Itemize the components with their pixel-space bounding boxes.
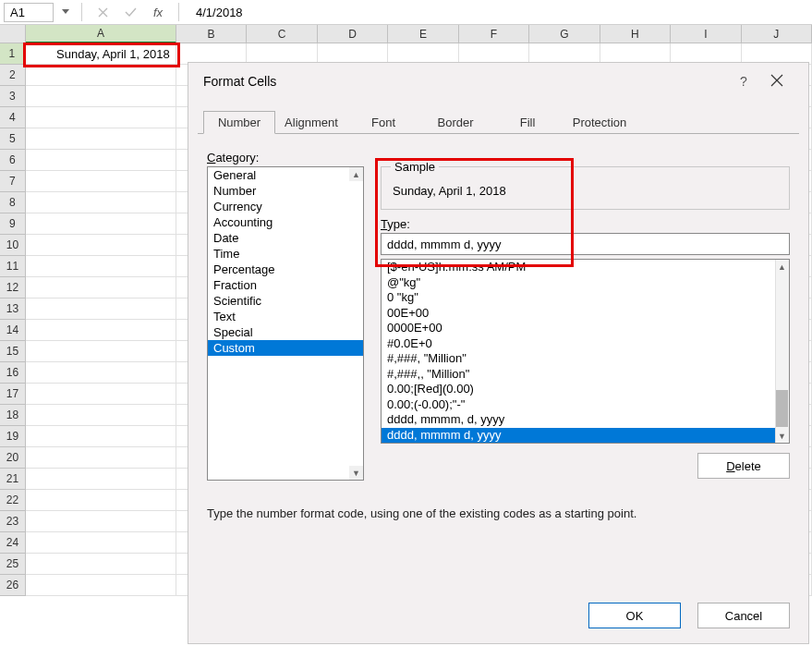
cell[interactable] <box>26 107 176 128</box>
cell[interactable] <box>26 362 176 384</box>
cell[interactable] <box>26 171 176 192</box>
category-item[interactable]: Scientific <box>208 293 363 309</box>
format-code-item[interactable]: #,###, "Million" <box>382 351 775 367</box>
cell[interactable] <box>26 213 176 235</box>
cell[interactable] <box>26 128 176 150</box>
row-header[interactable]: 11 <box>0 256 26 277</box>
category-item[interactable]: Fraction <box>208 277 363 293</box>
column-header[interactable]: F <box>459 25 529 43</box>
formula-input[interactable]: 4/1/2018 <box>188 3 808 22</box>
cell[interactable] <box>26 532 176 554</box>
scroll-up-icon[interactable]: ▲ <box>349 167 363 181</box>
cell[interactable] <box>26 575 176 596</box>
cell[interactable] <box>26 65 176 86</box>
category-item[interactable]: Percentage <box>208 262 363 277</box>
format-code-item[interactable]: 0.00;(-0.00);"-" <box>382 397 775 413</box>
scroll-down-icon[interactable]: ▼ <box>775 429 789 443</box>
format-code-item[interactable]: [$-en-US]h:mm:ss AM/PM <box>382 260 775 275</box>
category-item[interactable]: Custom <box>208 340 363 356</box>
tab-font[interactable]: Font <box>347 111 419 134</box>
category-item[interactable]: Accounting <box>208 214 363 230</box>
ok-button[interactable]: OK <box>588 603 681 628</box>
row-header[interactable]: 19 <box>0 426 26 447</box>
confirm-edit-icon[interactable] <box>119 2 141 22</box>
cell[interactable] <box>26 490 176 511</box>
row-header[interactable]: 22 <box>0 490 26 511</box>
cell[interactable] <box>26 554 176 575</box>
row-header[interactable]: 1 <box>0 43 26 65</box>
name-box[interactable]: A1 <box>4 3 54 22</box>
column-header[interactable]: C <box>247 25 317 43</box>
tab-border[interactable]: Border <box>419 111 491 134</box>
row-header[interactable]: 6 <box>0 150 26 171</box>
cell[interactable] <box>26 469 176 490</box>
tab-number[interactable]: Number <box>203 111 275 134</box>
format-code-item[interactable]: 0.00;[Red](0.00) <box>382 382 775 397</box>
row-header[interactable]: 18 <box>0 405 26 426</box>
format-code-item[interactable]: 0000E+00 <box>382 321 775 336</box>
cell[interactable] <box>26 320 176 341</box>
category-item[interactable]: Time <box>208 246 363 262</box>
column-header[interactable]: B <box>176 25 247 43</box>
column-header[interactable]: J <box>742 25 812 43</box>
row-header[interactable]: 13 <box>0 299 26 320</box>
cancel-edit-icon[interactable] <box>91 2 114 22</box>
format-code-item[interactable]: dddd, mmmm, d, yyyy <box>382 412 775 428</box>
row-header[interactable]: 20 <box>0 447 26 469</box>
column-header[interactable]: G <box>529 25 600 43</box>
row-header[interactable]: 26 <box>0 575 26 596</box>
cell[interactable] <box>26 192 176 213</box>
cell[interactable] <box>26 86 176 107</box>
tab-alignment[interactable]: Alignment <box>275 111 347 134</box>
category-item[interactable]: Currency <box>208 199 363 214</box>
format-code-item[interactable]: #0.0E+0 <box>382 336 775 352</box>
category-item[interactable]: Text <box>208 309 363 324</box>
category-listbox[interactable]: ▲ GeneralNumberCurrencyAccountingDateTim… <box>207 166 364 481</box>
cell[interactable] <box>26 235 176 256</box>
cell[interactable] <box>26 341 176 362</box>
fx-icon[interactable]: fx <box>147 2 169 22</box>
cell[interactable] <box>26 447 176 469</box>
type-input[interactable] <box>381 233 790 255</box>
cell[interactable] <box>26 299 176 320</box>
scroll-up-icon[interactable]: ▲ <box>775 260 789 274</box>
format-code-item[interactable]: 00E+00 <box>382 306 775 322</box>
row-header[interactable]: 12 <box>0 277 26 299</box>
row-header[interactable]: 16 <box>0 362 26 384</box>
row-header[interactable]: 7 <box>0 171 26 192</box>
column-header[interactable]: A <box>26 25 176 43</box>
row-header[interactable]: 5 <box>0 128 26 150</box>
delete-button[interactable]: Delete <box>697 453 790 479</box>
scroll-down-icon[interactable]: ▼ <box>349 466 363 480</box>
row-header[interactable]: 3 <box>0 86 26 107</box>
format-code-item[interactable]: #,###,, "Million" <box>382 367 775 383</box>
row-header[interactable]: 14 <box>0 320 26 341</box>
format-code-listbox[interactable]: [$-en-US]h:mm:ss AM/PM@"kg"0 "kg"00E+000… <box>381 259 790 444</box>
row-header[interactable]: 23 <box>0 511 26 532</box>
scrollbar-thumb[interactable] <box>776 390 788 427</box>
cell[interactable] <box>26 511 176 532</box>
category-item[interactable]: Date <box>208 230 363 246</box>
row-header[interactable]: 4 <box>0 107 26 128</box>
close-button[interactable] <box>760 74 794 90</box>
cell[interactable] <box>26 405 176 426</box>
name-box-dropdown[interactable] <box>59 3 72 22</box>
row-header[interactable]: 10 <box>0 235 26 256</box>
row-header[interactable]: 24 <box>0 532 26 554</box>
select-all-corner[interactable] <box>0 25 26 43</box>
format-code-item[interactable]: dddd, mmmm d, yyyy <box>382 428 775 444</box>
row-header[interactable]: 15 <box>0 341 26 362</box>
column-header[interactable]: D <box>318 25 388 43</box>
cell[interactable] <box>26 277 176 299</box>
cancel-button[interactable]: Cancel <box>697 603 790 628</box>
category-item[interactable]: Number <box>208 183 363 199</box>
cell[interactable] <box>26 384 176 405</box>
category-item[interactable]: General <box>208 167 363 183</box>
row-header[interactable]: 21 <box>0 469 26 490</box>
category-item[interactable]: Special <box>208 324 363 340</box>
tab-protection[interactable]: Protection <box>564 111 636 134</box>
tab-fill[interactable]: Fill <box>491 111 564 134</box>
row-header[interactable]: 25 <box>0 554 26 575</box>
format-code-item[interactable]: 0 "kg" <box>382 290 775 306</box>
row-header[interactable]: 9 <box>0 213 26 235</box>
